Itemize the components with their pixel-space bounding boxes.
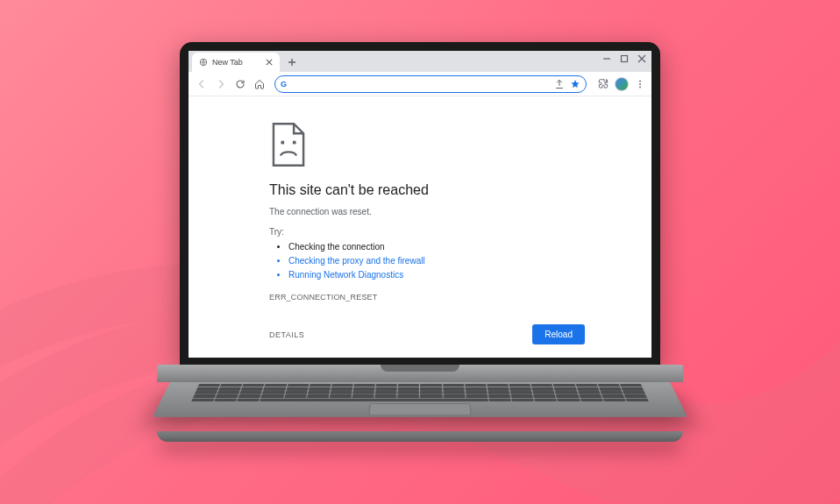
reload-icon xyxy=(235,79,246,89)
window-controls xyxy=(602,54,646,63)
home-button[interactable] xyxy=(252,76,267,92)
share-icon[interactable] xyxy=(554,79,565,89)
tab-title: New Tab xyxy=(212,58,261,67)
globe-icon xyxy=(199,58,208,67)
suggestion-check-connection: Checking the connection xyxy=(288,240,585,254)
svg-rect-1 xyxy=(622,56,628,62)
page-content: This site can't be reached The connectio… xyxy=(189,96,651,358)
error-subtitle: The connection was reset. xyxy=(269,207,585,217)
svg-rect-6 xyxy=(293,141,296,145)
screen-bezel: New Tab G xyxy=(180,42,660,366)
forward-button[interactable] xyxy=(213,76,229,92)
browser-tab[interactable]: New Tab xyxy=(192,53,280,72)
reload-button[interactable]: Reload xyxy=(532,324,585,344)
browser-window: New Tab G xyxy=(189,51,651,358)
error-footer: DETAILS Reload xyxy=(269,324,585,344)
extensions-button[interactable] xyxy=(597,78,609,90)
puzzle-icon xyxy=(597,78,609,90)
svg-rect-5 xyxy=(281,141,284,145)
maximize-button[interactable] xyxy=(620,54,629,63)
close-icon[interactable] xyxy=(266,59,273,66)
svg-point-4 xyxy=(639,86,641,88)
suggestion-network-diagnostics[interactable]: Running Network Diagnostics xyxy=(288,268,585,282)
svg-point-3 xyxy=(639,83,641,85)
bookmark-star-icon[interactable] xyxy=(570,79,580,89)
profile-avatar[interactable] xyxy=(615,77,629,91)
laptop-base-edge xyxy=(157,431,683,442)
arrow-right-icon xyxy=(216,79,226,89)
details-button[interactable]: DETAILS xyxy=(269,330,304,339)
tab-strip: New Tab xyxy=(189,51,651,72)
suggestion-check-proxy[interactable]: Checking the proxy and the firewall xyxy=(288,254,585,268)
search-engine-icon: G xyxy=(281,80,287,89)
svg-point-2 xyxy=(639,80,641,82)
toolbar-actions xyxy=(597,77,646,91)
url-input[interactable] xyxy=(292,77,549,91)
menu-button[interactable] xyxy=(634,78,646,90)
trackpad xyxy=(368,403,471,415)
browser-toolbar: G xyxy=(189,72,651,96)
back-button[interactable] xyxy=(194,76,210,92)
error-page: This site can't be reached The connectio… xyxy=(269,123,585,344)
minimize-button[interactable] xyxy=(602,54,611,63)
error-code: ERR_CONNECTION_RESET xyxy=(269,293,585,302)
keyboard xyxy=(191,384,649,401)
new-tab-button[interactable] xyxy=(285,55,299,69)
address-bar[interactable]: G xyxy=(274,75,587,93)
plus-icon xyxy=(288,58,296,67)
error-try-label: Try: xyxy=(269,227,585,237)
kebab-icon xyxy=(635,79,645,89)
laptop-hinge xyxy=(157,365,683,382)
error-title: This site can't be reached xyxy=(269,182,585,198)
arrow-left-icon xyxy=(196,79,207,89)
close-window-button[interactable] xyxy=(637,54,646,63)
home-icon xyxy=(254,79,265,89)
sad-document-icon xyxy=(269,123,308,167)
error-suggestions: Checking the connection Checking the pro… xyxy=(269,240,585,282)
reload-nav-button[interactable] xyxy=(232,76,248,92)
laptop-mockup: New Tab G xyxy=(157,42,683,442)
laptop-keyboard-deck xyxy=(153,382,687,417)
